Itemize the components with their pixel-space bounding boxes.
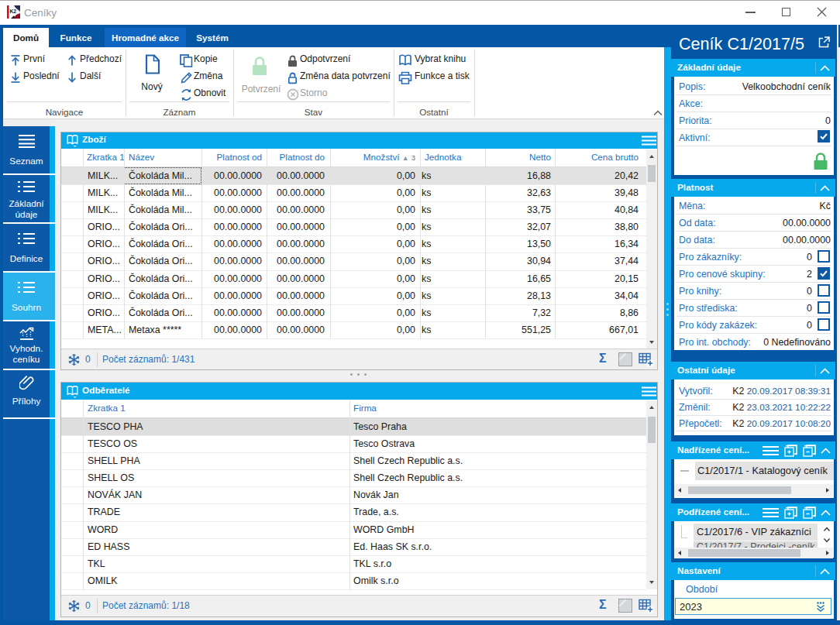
svg-text:K2: K2 xyxy=(9,9,16,14)
